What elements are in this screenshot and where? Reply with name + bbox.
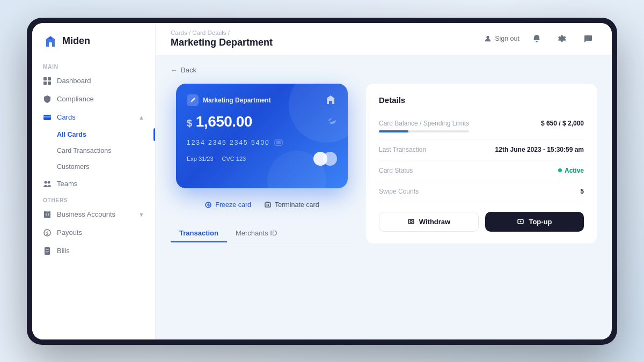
card-number-text: 1234 2345 2345 5400 (187, 139, 270, 146)
mastercard-icon (313, 152, 337, 166)
withdraw-button[interactable]: Withdraw (379, 212, 479, 232)
svg-rect-1 (48, 77, 51, 80)
card-header: Marketing Department (187, 94, 337, 107)
sidebar-item-cards[interactable]: Cards ▲ (32, 108, 155, 127)
swipe-counts-label: Swipe Counts (379, 188, 419, 195)
hide-balance-button[interactable] (327, 117, 337, 127)
mc-right-circle (323, 152, 337, 166)
card-dept-name: Marketing Department (203, 97, 271, 104)
terminate-icon (264, 201, 272, 209)
grid-icon (43, 77, 52, 85)
sidebar-item-compliance[interactable]: Compliance (32, 90, 155, 108)
page-header: Cards / Card Details / Marketing Departm… (171, 29, 273, 48)
svg-rect-3 (48, 82, 51, 85)
sidebar-subitem-customers[interactable]: Customers (32, 159, 155, 175)
svg-text:$: $ (46, 231, 48, 236)
coin-icon: $ (43, 228, 52, 237)
content-grid: Marketing Department $ (171, 84, 597, 243)
page-area: ← Back (156, 55, 612, 339)
sign-out-button[interactable]: Sign out (484, 35, 519, 42)
card-transactions-label: Card Transactions (57, 147, 111, 154)
user-icon (484, 35, 492, 42)
svg-rect-17 (46, 253, 48, 253)
card-brand-icon (324, 94, 337, 107)
svg-rect-11 (46, 211, 49, 212)
sidebar-item-dashboard[interactable]: Dashboard (32, 72, 155, 90)
notifications-button[interactable] (528, 30, 545, 47)
miden-card-logo (324, 94, 337, 104)
bell-icon (532, 34, 541, 43)
topup-icon (517, 218, 524, 225)
tabs-row: Transaction Merchants ID (171, 225, 353, 242)
svg-rect-0 (43, 77, 47, 80)
sidebar-item-bills[interactable]: Bills (32, 242, 155, 260)
currency-symbol: $ (187, 118, 192, 129)
status-dot (558, 168, 562, 172)
chat-icon (584, 34, 592, 43)
tab-transaction-label: Transaction (179, 229, 218, 237)
svg-rect-21 (276, 141, 281, 144)
cards-submenu: All Cards Card Transactions Customers (32, 127, 155, 175)
breadcrumb-card-details[interactable]: Card Details (192, 29, 226, 36)
card-status-text: Active (565, 167, 584, 174)
back-label: Back (181, 66, 196, 74)
breadcrumb-cards[interactable]: Cards (171, 29, 187, 36)
brush-icon (189, 97, 196, 104)
compliance-label: Compliance (57, 95, 94, 103)
swipe-counts-value: 5 (580, 188, 584, 195)
detail-row-card-status: Card Status Active (379, 160, 584, 181)
card-exp: Exp 31/23 (187, 156, 214, 162)
action-buttons-row: Withdraw Top-up (379, 212, 584, 232)
sidebar-item-business-accounts[interactable]: Business Accounts ▼ (32, 205, 155, 224)
sidebar-item-teams[interactable]: Teams (32, 175, 155, 193)
freeze-card-button[interactable]: Freeze card (204, 198, 251, 212)
back-button[interactable]: ← Back (171, 66, 597, 74)
detail-row-balance: Card Balance / Spending Limits $ 650 / $… (379, 113, 584, 139)
payouts-label: Payouts (57, 228, 82, 237)
tab-merchants-id[interactable]: Merchants ID (227, 225, 286, 242)
svg-point-7 (48, 181, 50, 183)
breadcrumb: Cards / Card Details / (171, 29, 273, 36)
last-transaction-value: 12th June 2023 - 15:30:59 am (495, 146, 584, 153)
svg-rect-16 (46, 251, 49, 252)
details-title: Details (379, 95, 584, 105)
sidebar: Miden Main Dashboard Compliance (32, 23, 156, 339)
withdraw-icon (407, 218, 415, 225)
svg-point-6 (45, 181, 47, 183)
svg-rect-24 (408, 219, 414, 224)
card-number: 1234 2345 2345 5400 (187, 139, 337, 146)
topup-button[interactable]: Top-up (485, 212, 584, 232)
shield-icon (43, 95, 52, 104)
sidebar-subitem-all-cards[interactable]: All Cards (32, 127, 155, 143)
logo-area: Miden (32, 34, 155, 60)
terminate-card-button[interactable]: Terminate card (264, 198, 319, 212)
balance-amount: 1,650.00 (196, 113, 252, 130)
sign-out-label: Sign out (495, 35, 519, 42)
main-content: Cards / Card Details / Marketing Departm… (156, 23, 612, 339)
balance-bar-bg (379, 130, 469, 132)
svg-point-25 (410, 220, 412, 223)
card-status-value: Active (558, 167, 584, 174)
credit-card: Marketing Department $ (176, 84, 348, 188)
card-dept-icon (187, 94, 199, 106)
tab-merchants-id-label: Merchants ID (236, 229, 277, 237)
chip-icon (274, 139, 283, 146)
logo-icon (43, 34, 58, 49)
balance-bar-fill (379, 130, 408, 132)
bills-label: Bills (57, 247, 70, 255)
business-accounts-label: Business Accounts (57, 210, 115, 218)
chat-button[interactable] (580, 30, 597, 47)
tab-transaction[interactable]: Transaction (171, 225, 227, 242)
sidebar-item-payouts[interactable]: $ Payouts (32, 224, 155, 242)
withdraw-label: Withdraw (419, 218, 450, 226)
building-icon (43, 210, 52, 219)
topbar-actions: Sign out (484, 30, 597, 47)
card-balance-row: $ 1,650.00 (187, 113, 337, 130)
details-panel: Details Card Balance / Spending Limits $… (366, 84, 597, 243)
settings-button[interactable] (554, 30, 571, 47)
sidebar-subitem-card-transactions[interactable]: Card Transactions (32, 143, 155, 159)
card-actions: Freeze card Terminate card (204, 198, 319, 212)
freeze-card-label: Freeze card (215, 201, 251, 209)
people-icon (43, 180, 52, 188)
svg-rect-9 (46, 213, 47, 216)
